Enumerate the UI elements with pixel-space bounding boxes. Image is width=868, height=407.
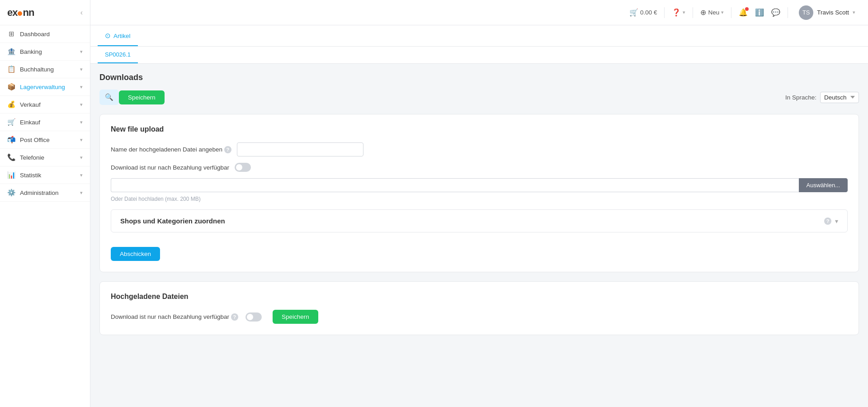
sidebar-item-buchhaltung[interactable]: 📋 Buchhaltung ▾ [0,61,90,78]
help-chevron-icon: ▾ [683,9,685,15]
language-select[interactable]: Deutsch English Français Español [820,92,859,103]
new-label: Neu [708,9,719,16]
sidebar-toggle-button[interactable]: ‹ [80,9,83,17]
file-size-hint: Oder Datei hochladen (max. 200 MB) [111,196,848,202]
new-button[interactable]: ⊕ Neu ▾ [700,8,724,17]
shops-accordion-header[interactable]: Shops und Kategorien zuordnen ? ▾ [120,217,838,225]
new-file-upload-section: New file upload Name der hochgeladenen D… [99,114,859,272]
banking-icon: 🏦 [7,47,15,56]
plus-icon: ⊕ [700,8,706,17]
topbar-divider-3 [731,7,731,18]
message-icon: 💬 [771,8,780,17]
artikel-tab-icon: ⊙ [105,32,111,40]
payment-toggle-row: Download ist nur nach Bezahlung verfügba… [111,163,848,172]
subtab-sp0026[interactable]: SP0026.1 [98,47,138,63]
einkauf-chevron-icon: ▾ [80,119,83,125]
shops-chevron-icon: ▾ [835,218,838,225]
submit-btn-container: Abschicken [111,240,848,261]
administration-chevron-icon: ▾ [80,190,83,196]
verkauf-icon: 💰 [7,100,15,109]
cart-icon: 🛒 [629,8,638,17]
search-icon: 🔍 [105,93,113,101]
sidebar-item-einkauf[interactable]: 🛒 Einkauf ▾ [0,114,90,131]
lagerverwaltung-icon: 📦 [7,83,15,91]
avatar: TS [799,5,813,20]
accordion-right: ? ▾ [824,218,838,225]
buchhaltung-chevron-icon: ▾ [80,66,83,72]
banking-chevron-icon: ▾ [80,49,83,55]
file-upload-row: Auswählen... Oder Datei hochladen (max. … [111,178,848,202]
submit-button[interactable]: Abschicken [111,247,160,261]
post-office-icon: 📬 [7,136,15,144]
administration-icon: ⚙️ [7,189,15,197]
uploaded-payment-toggle[interactable] [245,312,262,322]
toolbar: 🔍 Speichern In Sprache: Deutsch English … [99,90,859,105]
user-name: Travis Scott [817,9,849,16]
telefonie-chevron-icon: ▾ [80,155,83,161]
topbar-divider-2 [693,7,693,18]
info-icon: ℹ️ [755,8,764,17]
statistik-icon: 📊 [7,171,15,179]
lagerverwaltung-chevron-icon: ▾ [80,84,83,90]
cart-button[interactable]: 🛒 0.00 € [629,8,657,17]
new-chevron-icon: ▾ [721,9,724,15]
uploaded-save-button[interactable]: Speichern [273,310,318,324]
search-button[interactable]: 🔍 [99,90,119,105]
filename-help-icon[interactable]: ? [224,146,231,153]
cart-amount: 0.00 € [640,9,657,16]
uploaded-files-title: Hochgeladene Dateien [111,293,848,301]
topbar: 🛒 0.00 € ❓ ▾ ⊕ Neu ▾ 🔔 ℹ️ 💬 TS Travis Sc… [90,0,868,25]
tab-artikel[interactable]: ⊙ Artikel [98,25,138,46]
dashboard-icon: ⊞ [7,30,15,38]
uploaded-payment-label: Download ist nur nach Bezahlung verfügba… [111,313,238,321]
sidebar-item-administration[interactable]: ⚙️ Administration ▾ [0,184,90,202]
sidebar-item-post-office[interactable]: 📬 Post Office ▾ [0,131,90,149]
filename-input[interactable] [237,142,363,156]
post-office-chevron-icon: ▾ [80,137,83,143]
sidebar: exnn ‹ ⊞ Dashboard 🏦 Banking ▾ 📋 Buchhal… [0,0,90,407]
new-file-upload-title: New file upload [111,125,848,133]
notification-button[interactable]: 🔔 [739,8,748,17]
help-icon: ❓ [672,8,681,17]
help-button[interactable]: ❓ ▾ [672,8,685,17]
sub-tabs: SP0026.1 [90,47,868,64]
statistik-chevron-icon: ▾ [80,172,83,178]
shops-help-icon[interactable]: ? [824,218,831,225]
file-path-input[interactable] [111,178,799,192]
verkauf-chevron-icon: ▾ [80,102,83,108]
filename-row: Name der hochgeladenen Datei angeben ? [111,142,848,156]
einkauf-icon: 🛒 [7,118,15,126]
sidebar-item-dashboard[interactable]: ⊞ Dashboard [0,25,90,43]
content-area: ⊙ Artikel SP0026.1 Downloads 🔍 Speichern [90,25,868,407]
choose-file-button[interactable]: Auswählen... [799,178,848,192]
main-tabs: ⊙ Artikel [90,25,868,47]
sidebar-item-banking[interactable]: 🏦 Banking ▾ [0,43,90,61]
topbar-divider-4 [788,7,788,18]
topbar-divider-1 [664,7,665,18]
uploaded-files-section: Hochgeladene Dateien Download ist nur na… [99,281,859,335]
shops-accordion: Shops und Kategorien zuordnen ? ▾ [111,209,848,232]
sidebar-item-telefonie[interactable]: 📞 Telefonie ▾ [0,149,90,166]
language-selector: In Sprache: Deutsch English Français Esp… [785,92,859,103]
sidebar-item-statistik[interactable]: 📊 Statistik ▾ [0,166,90,184]
uploaded-help-icon[interactable]: ? [231,313,238,321]
page-title: Downloads [99,73,143,82]
main-area: 🛒 0.00 € ❓ ▾ ⊕ Neu ▾ 🔔 ℹ️ 💬 TS Travis Sc… [90,0,868,407]
filename-label: Name der hochgeladenen Datei angeben ? [111,146,231,153]
sidebar-item-verkauf[interactable]: 💰 Verkauf ▾ [0,96,90,114]
notification-badge [745,7,749,11]
payment-label: Download ist nur nach Bezahlung verfügba… [111,164,229,171]
user-menu[interactable]: TS Travis Scott ▾ [795,4,859,22]
uploaded-toggle-slider [245,312,262,322]
uploaded-payment-row: Download ist nur nach Bezahlung verfügba… [111,310,848,324]
shops-accordion-title: Shops und Kategorien zuordnen [120,217,225,225]
save-button[interactable]: Speichern [119,90,165,104]
logo-area: exnn ‹ [0,0,90,25]
sidebar-item-lagerverwaltung[interactable]: 📦 Lagerverwaltung ▾ [0,78,90,96]
logo[interactable]: exnn [7,7,34,19]
messages-button[interactable]: 💬 [771,8,780,17]
language-label: In Sprache: [785,94,816,101]
info-button[interactable]: ℹ️ [755,8,764,17]
telefonie-icon: 📞 [7,153,15,161]
payment-toggle[interactable] [235,163,251,172]
